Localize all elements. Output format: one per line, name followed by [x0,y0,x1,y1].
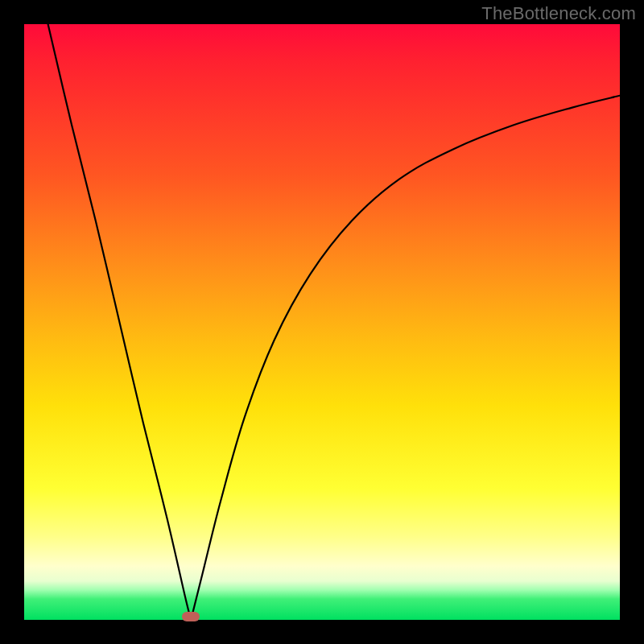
bottleneck-curve [24,24,620,620]
watermark-text: TheBottleneck.com [481,3,636,24]
chart-frame: TheBottleneck.com [0,0,644,644]
plot-area [24,24,620,620]
balanced-point-marker [182,612,200,621]
curve-right-branch [191,96,620,620]
curve-left-branch [48,24,192,620]
